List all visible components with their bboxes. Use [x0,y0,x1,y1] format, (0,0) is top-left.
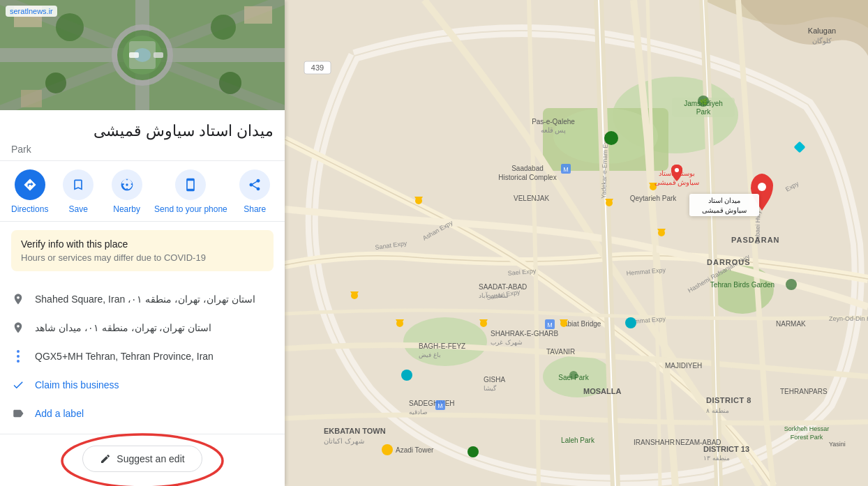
location-icon [11,293,25,305]
svg-point-122 [467,446,479,457]
place-photo[interactable]: seratlnews.ir [0,0,285,110]
plus-code-item[interactable]: QGX5+MH Tehran, Tehran Province, Iran [0,342,285,371]
svg-point-118 [351,292,358,299]
svg-text:439: 439 [311,63,324,72]
place-type: Park [11,144,274,155]
svg-point-114 [560,320,567,327]
share-button[interactable]: Share [234,169,276,215]
address2-item[interactable]: استان تهران، تهران، منطقه ۰۱، میدان شاهد [0,314,285,342]
svg-text:M: M [437,402,443,409]
address1-item[interactable]: استان تهران، تهران، منطقه ۰۱، Shahed Squ… [0,285,285,314]
svg-rect-13 [244,6,272,24]
svg-text:Saadabad: Saadabad [511,165,544,172]
svg-text:شهرک اکباتان: شهرک اکباتان [324,437,364,446]
svg-point-119 [625,317,636,328]
svg-text:BAGH-E-FEYZ: BAGH-E-FEYZ [419,342,465,350]
svg-point-112 [480,320,487,327]
claim-business-item[interactable]: Claim this business [0,371,285,400]
directions-button[interactable]: Directions [9,169,51,215]
suggest-edit-label: Suggest an edit [117,453,184,464]
covid-text: Hours or services may differ due to COVI… [21,252,264,263]
svg-text:🌿: 🌿 [700,98,708,106]
grid-icon [11,350,25,363]
svg-point-61 [758,183,766,191]
svg-text:صادقیه: صادقیه [409,409,428,416]
svg-text:Qeytarieh Park: Qeytarieh Park [630,195,678,202]
svg-text:Pas-e-Qalehe: Pas-e-Qalehe [532,118,575,126]
svg-text:Forest Park: Forest Park [791,434,823,441]
svg-rect-14 [21,90,42,107]
map-area[interactable]: Sanat Expy Saei Expy Yadekar-e-Emam Expy… [285,0,868,486]
send-to-phone-button[interactable]: Send to your phone [154,169,227,215]
plus-code-text: QGX5+MH Tehran, Tehran Province, Iran [35,349,214,364]
svg-text:NEZAM-ABAD: NEZAM-ABAD [675,439,721,446]
label-icon [11,407,25,420]
info-list: استان تهران، تهران، منطقه ۰۱، Shahed Squ… [0,280,285,434]
claim-text: Claim this business [35,378,119,393]
check-icon [11,379,25,391]
svg-text:MAJIDIYEH: MAJIDIYEH [665,362,702,370]
map-svg: Sanat Expy Saei Expy Yadekar-e-Emam Expy… [285,0,868,486]
svg-point-108 [606,199,613,206]
svg-text:SHAHRAK-E-GHARB: SHAHRAK-E-GHARB [491,330,559,337]
svg-text:Laleh Park: Laleh Park [561,436,595,444]
add-label-text: Add a label [35,407,84,421]
svg-text:Azadi Tower: Azadi Tower [396,446,434,454]
svg-point-106 [415,197,422,204]
svg-point-22 [403,317,487,366]
svg-text:شهرک غرب: شهرک غرب [491,339,523,347]
svg-point-10 [219,72,241,94]
place-name: میدان استاد سیاوش قمیشی [11,121,274,142]
suggest-edit-section: Suggest an edit [0,434,285,486]
svg-point-110 [658,229,665,236]
svg-text:PASDARAN: PASDARAN [731,236,780,244]
svg-text:DARROUS: DARROUS [707,258,751,266]
svg-text:NARMAK: NARMAK [776,320,806,328]
add-label-item[interactable]: Add a label [0,400,285,428]
svg-text:سعادت آباد: سعادت آباد [479,291,509,299]
address2-text: استان تهران، تهران، منطقه ۰۱، میدان شاهد [35,321,211,335]
svg-text:منطقه ۱۳: منطقه ۱۳ [703,455,730,462]
share-label: Share [244,204,266,215]
svg-rect-17 [154,52,163,58]
covid-title: Verify info with this place [21,238,264,250]
svg-point-8 [211,15,236,40]
svg-text:سیاوش قمیشی: سیاوش قمیشی [702,206,747,215]
svg-point-7 [56,13,84,41]
svg-text:GISHA: GISHA [484,376,505,384]
svg-point-100 [382,444,393,455]
left-panel: seratlnews.ir میدان استاد سیاوش قمیشی Pa… [0,0,285,486]
location-outline-icon [11,321,25,334]
svg-text:Park: Park [696,108,712,116]
photo-source: seratlnews.ir [6,6,57,17]
svg-text:IRANSHAHR: IRANSHAHR [634,439,675,446]
send-to-phone-label: Send to your phone [154,204,227,215]
save-label: Save [68,204,87,215]
send-to-phone-icon [175,169,206,200]
svg-text:گیشا: گیشا [484,384,497,392]
suggest-edit-button[interactable]: Suggest an edit [82,446,202,472]
save-icon [63,169,93,200]
svg-point-18 [126,184,128,186]
address1-text: استان تهران، تهران، منطقه ۰۱، Shahed Squ… [35,292,255,307]
save-button[interactable]: Save [57,169,99,215]
svg-text:Zeyn-Od-Din Hwy: Zeyn-Od-Din Hwy [829,315,868,322]
covid-notice[interactable]: Verify info with this place Hours or ser… [11,230,274,271]
svg-text:EKBATAN TOWN: EKBATAN TOWN [324,427,386,435]
svg-text:منطقه ۸: منطقه ۸ [706,407,729,414]
edit-icon [100,453,111,464]
svg-rect-16 [129,52,139,58]
svg-text:SAADAT-ABAD: SAADAT-ABAD [479,283,527,291]
svg-point-60 [675,168,679,172]
svg-text:Yasini: Yasini [829,441,846,448]
svg-text:Tehran Birds Garden: Tehran Birds Garden [710,281,775,289]
nearby-button[interactable]: Nearby [106,169,148,215]
svg-text:M: M [547,321,553,328]
svg-text:میدان استاد: میدان استاد [708,197,741,204]
svg-point-120 [401,370,412,381]
svg-text:SADEGHIYEH: SADEGHIYEH [409,400,455,407]
svg-text:DISTRICT 8: DISTRICT 8 [706,396,751,404]
svg-point-121 [604,131,618,145]
svg-text:TEHRANPARS: TEHRANPARS [780,388,828,395]
place-info: میدان استاد سیاوش قمیشی Park [0,110,285,162]
